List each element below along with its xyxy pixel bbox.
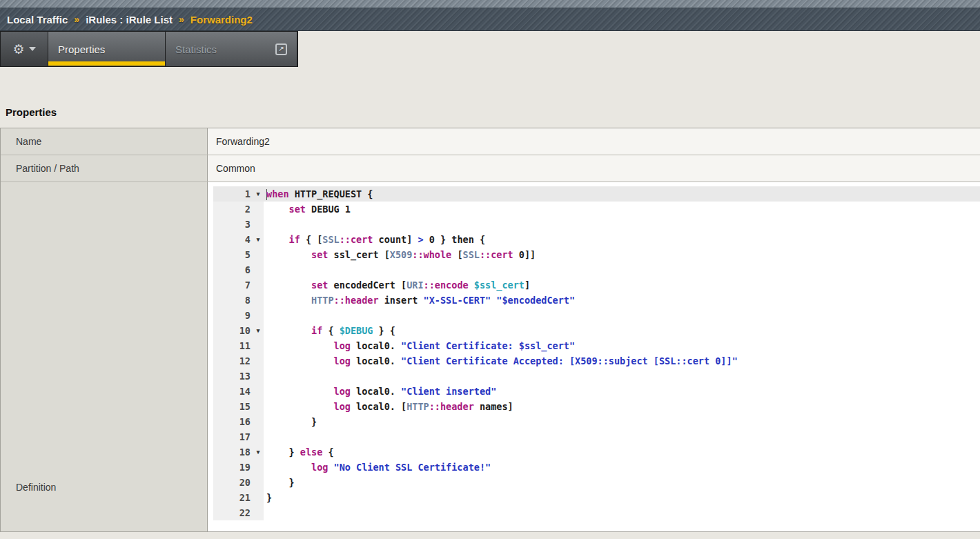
code-line[interactable]: 15 log local0. [HTTP::header names] (213, 399, 980, 414)
code-line[interactable]: 13 (213, 369, 980, 384)
line-gutter[interactable]: 12 (213, 353, 264, 369)
code-editor[interactable]: 1▾when HTTP_REQUEST {2 set DEBUG 134▾ if… (208, 182, 980, 531)
line-number: 11 (213, 340, 253, 351)
line-gutter[interactable]: 14 (213, 384, 264, 399)
line-number: 9 (213, 310, 253, 321)
row-label-cell: Definition (1, 182, 208, 531)
breadcrumb-separator-icon: » (74, 14, 79, 25)
code-text[interactable]: set ssl_cert [X509::whole [SSL::cert 0]] (264, 247, 980, 262)
code-line[interactable]: 18▾ } else { (213, 444, 980, 460)
line-number: 21 (213, 492, 253, 503)
code-line[interactable]: 2 set DEBUG 1 (213, 202, 980, 217)
code-text[interactable] (264, 217, 980, 232)
code-line[interactable]: 1▾when HTTP_REQUEST { (213, 186, 980, 202)
code-line[interactable]: 16 } (213, 414, 980, 429)
line-number: 5 (213, 249, 253, 260)
code-text[interactable]: } else { (264, 444, 980, 460)
code-line[interactable]: 11 log local0. "Client Certificate: $ssl… (213, 338, 980, 353)
code-line[interactable]: 17 (213, 429, 980, 444)
breadcrumb-item-irule-list[interactable]: iRules : iRule List (86, 14, 173, 26)
tab-properties[interactable]: Properties (48, 32, 166, 66)
code-text[interactable] (264, 369, 980, 384)
line-number: 10 (213, 325, 253, 336)
breadcrumb-separator-icon: » (179, 14, 184, 25)
code-line[interactable]: 21} (213, 490, 980, 505)
line-gutter[interactable]: 21 (213, 490, 264, 505)
line-gutter[interactable]: 6 (213, 262, 264, 277)
tab-statistics[interactable]: Statistics ↗ (166, 32, 297, 66)
code-text[interactable] (264, 505, 980, 520)
code-text[interactable]: set encodedCert [URI::encode $ssl_cert] (264, 277, 980, 293)
line-gutter[interactable]: 4▾ (213, 232, 264, 247)
code-text[interactable]: } (264, 414, 980, 429)
code-line[interactable]: 12 log local0. "Client Certificate Accep… (213, 353, 980, 369)
code-text[interactable] (264, 429, 980, 444)
code-text[interactable]: log local0. "Client Certificate Accepted… (264, 353, 980, 369)
breadcrumb-item-local-traffic[interactable]: Local Traffic (7, 14, 68, 26)
line-gutter[interactable]: 18▾ (213, 444, 264, 460)
line-gutter[interactable]: 20 (213, 475, 264, 490)
line-gutter[interactable]: 3 (213, 217, 264, 232)
line-number: 12 (213, 355, 253, 366)
line-gutter[interactable]: 5 (213, 247, 264, 262)
line-gutter[interactable]: 11 (213, 338, 264, 353)
code-text[interactable]: if { [SSL::cert count] > 0 } then { (264, 232, 980, 247)
code-line[interactable]: 6 (213, 262, 980, 277)
fold-toggle-icon[interactable]: ▾ (253, 236, 264, 243)
line-number: 6 (213, 264, 253, 275)
name-value: Forwarding2 (208, 128, 980, 155)
line-gutter[interactable]: 13 (213, 369, 264, 384)
code-text[interactable]: log "No Client SSL Certificate!" (264, 460, 980, 475)
code-text[interactable]: log local0. "Client Certificate: $ssl_ce… (264, 338, 980, 353)
code-text[interactable]: set DEBUG 1 (264, 202, 980, 217)
code-text[interactable]: } (264, 475, 980, 490)
fold-toggle-icon[interactable]: ▾ (253, 449, 264, 455)
line-number: 7 (213, 280, 253, 291)
line-gutter[interactable]: 16 (213, 414, 264, 429)
line-gutter[interactable]: 9 (213, 308, 264, 323)
code-text[interactable]: if { $DEBUG } { (264, 323, 980, 338)
line-gutter[interactable]: 8 (213, 293, 264, 308)
code-line[interactable]: 8 HTTP::header insert "X-SSL-CERT" "$enc… (213, 293, 980, 308)
fold-toggle-icon[interactable]: ▾ (253, 327, 264, 334)
code-line[interactable]: 4▾ if { [SSL::cert count] > 0 } then { (213, 232, 980, 247)
code-text[interactable] (264, 308, 980, 323)
line-gutter[interactable]: 15 (213, 399, 264, 414)
code-line[interactable]: 10▾ if { $DEBUG } { (213, 323, 980, 338)
code-line[interactable]: 14 log local0. "Client inserted" (213, 384, 980, 399)
partition-value: Common (208, 155, 980, 182)
code-line[interactable]: 22 (213, 505, 980, 520)
tab-statistics-label: Statistics (175, 43, 217, 55)
line-gutter[interactable]: 7 (213, 277, 264, 293)
top-banner-strip (0, 0, 980, 8)
line-gutter[interactable]: 1▾ (213, 186, 264, 202)
settings-menu-button[interactable]: ⚙ (1, 32, 48, 66)
line-gutter[interactable]: 22 (213, 505, 264, 520)
line-gutter[interactable]: 17 (213, 429, 264, 444)
code-text[interactable]: } (264, 490, 980, 505)
code-text[interactable]: when HTTP_REQUEST { (264, 186, 980, 202)
code-text[interactable] (264, 262, 980, 277)
line-gutter[interactable]: 10▾ (213, 323, 264, 338)
fold-toggle-icon[interactable]: ▾ (253, 190, 264, 197)
line-number: 20 (213, 477, 253, 488)
code-line[interactable]: 3 (213, 217, 980, 232)
section-title: Properties (6, 106, 57, 118)
line-gutter[interactable]: 2 (213, 202, 264, 217)
line-gutter[interactable]: 19 (213, 460, 264, 475)
line-number: 1 (213, 188, 253, 199)
row-label: Name (1, 128, 208, 155)
tab-properties-label: Properties (58, 43, 105, 55)
code-line[interactable]: 7 set encodedCert [URI::encode $ssl_cert… (213, 277, 980, 293)
line-number: 15 (213, 401, 253, 412)
definition-cell: 1▾when HTTP_REQUEST {2 set DEBUG 134▾ if… (208, 182, 980, 531)
code-text[interactable]: log local0. [HTTP::header names] (264, 399, 980, 414)
code-text[interactable]: log local0. "Client inserted" (264, 384, 980, 399)
breadcrumb-item-current: Forwarding2 (190, 14, 253, 26)
line-number: 22 (213, 507, 253, 518)
code-line[interactable]: 5 set ssl_cert [X509::whole [SSL::cert 0… (213, 247, 980, 262)
code-line[interactable]: 9 (213, 308, 980, 323)
code-text[interactable]: HTTP::header insert "X-SSL-CERT" "$encod… (264, 293, 980, 308)
code-line[interactable]: 19 log "No Client SSL Certificate!" (213, 460, 980, 475)
code-line[interactable]: 20 } (213, 475, 980, 490)
